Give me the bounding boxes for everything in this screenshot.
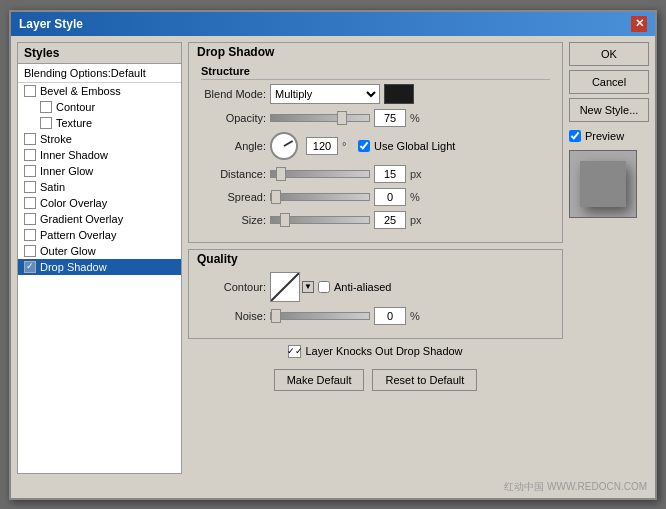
opacity-value[interactable]: 75 [374, 109, 406, 127]
sidebar-item-stroke[interactable]: Stroke [18, 131, 181, 147]
size-value[interactable]: 25 [374, 211, 406, 229]
sidebar-item-inner-shadow[interactable]: Inner Shadow [18, 147, 181, 163]
sidebar-item-checkbox[interactable] [24, 133, 36, 145]
distance-slider[interactable] [270, 170, 370, 178]
sidebar-item-color-overlay[interactable]: Color Overlay [18, 195, 181, 211]
sidebar-item-satin[interactable]: Satin [18, 179, 181, 195]
angle-value[interactable]: 120 [306, 137, 338, 155]
sidebar-item-contour[interactable]: Contour [18, 99, 181, 115]
opacity-slider[interactable] [270, 114, 370, 122]
layer-knocks-checkbox[interactable]: ✓ [288, 345, 301, 358]
sidebar-item-checkbox[interactable] [24, 213, 36, 225]
structure-label: Structure [201, 65, 550, 80]
size-unit: px [410, 214, 422, 226]
blend-mode-label: Blend Mode: [201, 88, 266, 100]
sidebar-item-inner-glow[interactable]: Inner Glow [18, 163, 181, 179]
preview-checkbox[interactable] [569, 130, 581, 142]
sidebar-item-label: Texture [56, 117, 92, 129]
sidebar-item-checkbox[interactable] [24, 165, 36, 177]
drop-shadow-title: Drop Shadow [197, 45, 274, 59]
sidebar-item-gradient-overlay[interactable]: Gradient Overlay [18, 211, 181, 227]
sidebar-item-label: Pattern Overlay [40, 229, 116, 241]
size-slider[interactable] [270, 216, 370, 224]
make-default-button[interactable]: Make Default [274, 369, 365, 391]
noise-row: Noise: 0 % [201, 307, 550, 325]
sidebar-item-label: Gradient Overlay [40, 213, 123, 225]
quality-section: Quality Contour: ▼ [188, 249, 563, 339]
noise-slider[interactable] [270, 312, 370, 320]
sidebar-item-checkbox[interactable] [24, 85, 36, 97]
sidebar-item-label: Inner Shadow [40, 149, 108, 161]
sidebar-item-label: Stroke [40, 133, 72, 145]
distance-value[interactable]: 15 [374, 165, 406, 183]
angle-dial[interactable] [270, 132, 298, 160]
opacity-label: Opacity: [201, 112, 266, 124]
angle-row: Angle: 120 ° Use Global Light [201, 132, 550, 160]
sidebar-item-checkbox[interactable] [24, 181, 36, 193]
contour-row: Contour: ▼ Anti-alia [201, 272, 550, 302]
use-global-light-checkbox[interactable] [358, 140, 370, 152]
distance-unit: px [410, 168, 422, 180]
sidebar-item-checkbox[interactable] [24, 261, 36, 273]
sidebar-item-texture[interactable]: Texture [18, 115, 181, 131]
ok-button[interactable]: OK [569, 42, 649, 66]
noise-label: Noise: [201, 310, 266, 322]
middle-panel: Drop Shadow Structure Blend Mode: Normal… [188, 42, 563, 474]
right-panel: OK Cancel New Style... Preview [569, 42, 649, 474]
spread-label: Spread: [201, 191, 266, 203]
sidebar-item-checkbox[interactable] [24, 149, 36, 161]
sidebar-item-outer-glow[interactable]: Outer Glow [18, 243, 181, 259]
noise-value[interactable]: 0 [374, 307, 406, 325]
sidebar-item-checkbox[interactable] [24, 245, 36, 257]
sidebar-item-label: Drop Shadow [40, 261, 107, 273]
preview-label: Preview [585, 130, 624, 142]
reset-to-default-button[interactable]: Reset to Default [372, 369, 477, 391]
drop-shadow-content: Structure Blend Mode: NormalDissolveMult… [189, 61, 562, 242]
close-button[interactable]: ✕ [631, 16, 647, 32]
sidebar-item-label: Contour [56, 101, 95, 113]
shadow-color-swatch[interactable] [384, 84, 414, 104]
sidebar-item-bevel-&-emboss[interactable]: Bevel & Emboss [18, 83, 181, 99]
angle-unit: ° [342, 140, 354, 152]
title-bar: Layer Style ✕ [11, 12, 655, 36]
use-global-light-label: Use Global Light [374, 140, 455, 152]
spread-unit: % [410, 191, 422, 203]
spread-row: Spread: 0 % [201, 188, 550, 206]
sidebar-item-checkbox[interactable] [40, 101, 52, 113]
bottom-section: ✓ Layer Knocks Out Drop Shadow Make Defa… [188, 345, 563, 397]
opacity-row: Opacity: 75 % [201, 109, 550, 127]
contour-label: Contour: [201, 281, 266, 293]
spread-slider[interactable] [270, 193, 370, 201]
noise-unit: % [410, 310, 422, 322]
sidebar-item-label: Satin [40, 181, 65, 193]
styles-header: Styles [18, 43, 181, 64]
sidebar-item-label: Color Overlay [40, 197, 107, 209]
contour-dropdown-btn[interactable]: ▼ [302, 281, 314, 293]
blending-options-item[interactable]: Blending Options:Default [18, 64, 181, 83]
quality-title-bar: Quality [189, 250, 562, 268]
dialog-body: Styles Blending Options:Default Bevel & … [11, 36, 655, 480]
contour-picker[interactable] [270, 272, 300, 302]
distance-label: Distance: [201, 168, 266, 180]
left-panel: Styles Blending Options:Default Bevel & … [17, 42, 182, 474]
spread-value[interactable]: 0 [374, 188, 406, 206]
blend-mode-row: Blend Mode: NormalDissolveMultiplyScreen… [201, 84, 550, 104]
sidebar-item-pattern-overlay[interactable]: Pattern Overlay [18, 227, 181, 243]
opacity-unit: % [410, 112, 422, 124]
size-label: Size: [201, 214, 266, 226]
size-row: Size: 25 px [201, 211, 550, 229]
blend-mode-select[interactable]: NormalDissolveMultiplyScreenOverlaySoft … [270, 84, 380, 104]
sidebar-item-checkbox[interactable] [24, 229, 36, 241]
sidebar-item-checkbox[interactable] [24, 197, 36, 209]
sidebar-item-drop-shadow[interactable]: Drop Shadow [18, 259, 181, 275]
quality-title: Quality [197, 252, 238, 266]
sidebar-item-checkbox[interactable] [40, 117, 52, 129]
layer-knocks-row: ✓ Layer Knocks Out Drop Shadow [188, 345, 563, 358]
anti-alias-checkbox[interactable] [318, 281, 330, 293]
sidebar-item-label: Inner Glow [40, 165, 93, 177]
quality-content: Contour: ▼ Anti-alia [189, 268, 562, 338]
new-style-button[interactable]: New Style... [569, 98, 649, 122]
drop-shadow-title-bar: Drop Shadow [189, 43, 562, 61]
preview-inner [580, 161, 626, 207]
cancel-button[interactable]: Cancel [569, 70, 649, 94]
